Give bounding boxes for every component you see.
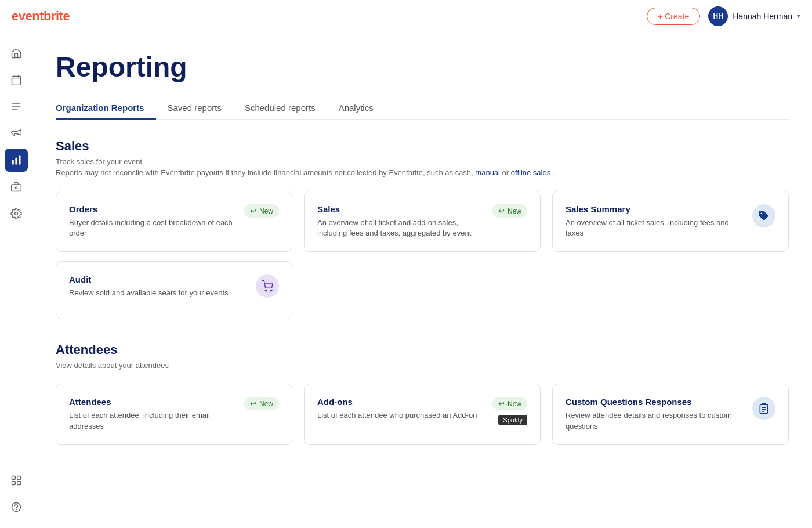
orders-card-desc: Buyer details including a cost breakdown… (69, 218, 237, 238)
svg-rect-8 (17, 476, 20, 480)
attendees-report-card[interactable]: Attendees List of each attendee, includi… (56, 384, 292, 444)
custom-questions-card[interactable]: Custom Questions Responses Review attend… (552, 384, 789, 444)
cart-icon-circle (256, 274, 279, 298)
sidebar (0, 32, 32, 528)
audit-card-title: Audit (69, 274, 249, 284)
svg-rect-16 (760, 405, 767, 414)
new-icon-attendees: ↩ (250, 399, 256, 408)
nav-right: + Create HH Hannah Herman ▾ (647, 6, 800, 26)
offline-sales-link[interactable]: offline sales (511, 168, 550, 177)
layout: Reporting Organization Reports Saved rep… (0, 32, 812, 528)
svg-rect-0 (12, 76, 20, 85)
svg-point-5 (15, 187, 17, 189)
sales-card-title: Sales (317, 204, 485, 214)
audit-card-desc: Review sold and available seats for your… (69, 288, 249, 298)
svg-point-13 (761, 213, 763, 215)
svg-rect-9 (12, 482, 15, 485)
sales-section-note: Reports may not reconcile with Eventbrit… (56, 168, 789, 177)
attendees-section-title: Attendees (56, 342, 789, 357)
sales-summary-card-desc: An overview of all ticket sales, includi… (566, 218, 745, 238)
audit-card[interactable]: Audit Review sold and available seats fo… (56, 261, 292, 319)
avatar: HH (708, 6, 728, 26)
svg-rect-10 (17, 482, 20, 485)
svg-point-15 (270, 290, 272, 292)
tabs-bar: Organization Reports Saved reports Sched… (56, 97, 789, 120)
sidebar-item-reports[interactable] (5, 149, 28, 172)
spotify-tooltip: Spotify (498, 415, 527, 425)
attendees-section: Attendees View details about your attend… (56, 342, 789, 444)
addons-new-badge: ↩ New (492, 397, 527, 410)
tab-analytics[interactable]: Analytics (327, 97, 385, 120)
attendees-report-card-title: Attendees (69, 397, 237, 407)
attendees-cards-row1: Attendees List of each attendee, includi… (56, 384, 789, 444)
svg-rect-4 (11, 185, 21, 191)
sidebar-item-marketing[interactable] (5, 122, 28, 145)
sales-cards-row1: Orders Buyer details including a cost br… (56, 191, 789, 252)
sidebar-item-help[interactable] (5, 496, 28, 519)
attendees-report-card-desc: List of each attendee, including their e… (69, 410, 237, 431)
svg-point-12 (16, 509, 16, 510)
new-icon: ↩ (250, 207, 256, 215)
svg-rect-7 (12, 476, 15, 480)
sales-section-desc: Track sales for your event. (56, 157, 789, 166)
svg-rect-2 (15, 158, 17, 165)
sales-card[interactable]: Sales An overview of all ticket and add-… (304, 191, 541, 252)
tab-saved-reports[interactable]: Saved reports (156, 97, 233, 120)
sidebar-item-home[interactable] (5, 42, 28, 65)
chevron-down-icon: ▾ (797, 12, 800, 20)
attendees-section-desc: View details about your attendees (56, 361, 789, 370)
orders-card-title: Orders (69, 204, 237, 214)
sales-new-badge: ↩ New (492, 204, 527, 218)
user-name: Hannah Herman (733, 12, 792, 21)
svg-point-6 (14, 212, 17, 215)
svg-point-14 (265, 290, 267, 292)
new-icon-addons: ↩ (498, 399, 505, 408)
sales-summary-card[interactable]: Sales Summary An overview of all ticket … (552, 191, 789, 252)
user-menu[interactable]: HH Hannah Herman ▾ (708, 6, 800, 26)
addons-card-desc: List of each attendee who purchased an A… (317, 410, 485, 421)
orders-new-badge: ↩ New (244, 204, 279, 218)
custom-questions-card-title: Custom Questions Responses (566, 397, 745, 407)
clipboard-icon-circle (752, 397, 775, 420)
addons-card-title: Add-ons (317, 397, 485, 407)
tab-org-reports[interactable]: Organization Reports (56, 97, 156, 120)
main-content: Reporting Organization Reports Saved rep… (32, 32, 812, 528)
sales-card-desc: An overview of all ticket and add-on sal… (317, 218, 485, 238)
page-title: Reporting (56, 51, 789, 83)
sales-section-title: Sales (56, 139, 789, 154)
sales-cards-row2: Audit Review sold and available seats fo… (56, 261, 789, 319)
create-button[interactable]: + Create (647, 8, 700, 25)
tab-scheduled-reports[interactable]: Scheduled reports (233, 97, 327, 120)
new-icon-sales: ↩ (498, 207, 505, 215)
eventbrite-logo: eventbrite (12, 9, 70, 24)
sidebar-item-settings[interactable] (5, 202, 28, 225)
custom-questions-card-desc: Review attendee details and responses to… (566, 410, 745, 431)
sidebar-item-calendar[interactable] (5, 68, 28, 92)
sidebar-item-orders[interactable] (5, 95, 28, 118)
svg-rect-3 (19, 156, 20, 165)
tag-icon-circle (752, 204, 775, 227)
top-nav: eventbrite + Create HH Hannah Herman ▾ (0, 0, 812, 32)
orders-card[interactable]: Orders Buyer details including a cost br… (56, 191, 292, 252)
sidebar-item-finance[interactable] (5, 175, 28, 198)
sidebar-item-apps[interactable] (5, 469, 28, 492)
sales-summary-card-title: Sales Summary (566, 204, 745, 214)
manual-link[interactable]: manual (475, 168, 500, 177)
attendees-new-badge: ↩ New (244, 397, 279, 410)
addons-card[interactable]: Add-ons List of each attendee who purcha… (304, 384, 541, 444)
svg-rect-1 (12, 160, 13, 165)
sales-section: Sales Track sales for your event. Report… (56, 139, 789, 319)
